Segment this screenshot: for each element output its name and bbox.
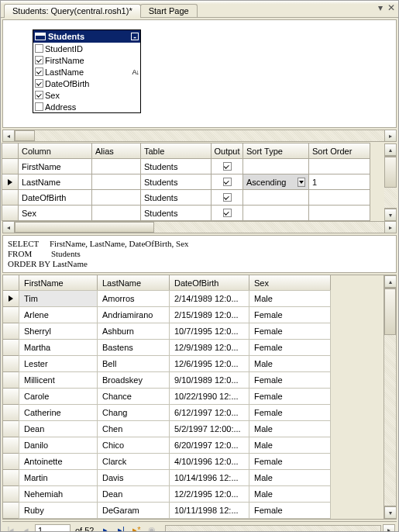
results-cell-lastname[interactable]: Bell — [97, 355, 170, 372]
results-cell-lastname[interactable]: Chico — [97, 437, 170, 454]
results-cell-dob[interactable]: 12/6/1995 12:0... — [169, 355, 249, 372]
vscroll-thumb[interactable] — [384, 157, 397, 188]
results-rowheader[interactable] — [3, 502, 19, 519]
results-rowheader[interactable] — [3, 404, 19, 421]
results-cell-lastname[interactable]: Broadskey — [97, 371, 170, 389]
scroll-up-icon[interactable]: ▴ — [384, 143, 397, 156]
criteria-header-column[interactable]: Column — [18, 143, 92, 159]
results-cell-sex[interactable]: Male — [249, 355, 331, 372]
criteria-cell-column[interactable]: Sex — [18, 205, 92, 221]
results-row[interactable]: CaroleChance10/22/1990 12:...Female — [3, 389, 384, 405]
criteria-cell-output[interactable] — [211, 158, 243, 174]
results-row[interactable]: TimAmorros2/14/1989 12:0...Male — [3, 291, 384, 307]
results-row[interactable]: MarthaBastens12/9/1989 12:0...Female — [3, 340, 384, 356]
results-rowheader[interactable] — [3, 323, 19, 340]
results-cell-sex[interactable]: Female — [249, 404, 331, 421]
results-cell-lastname[interactable]: Andriamirano — [97, 306, 170, 323]
criteria-cell-output[interactable] — [211, 174, 243, 190]
criteria-cell-table[interactable]: Students — [140, 174, 212, 190]
results-row[interactable]: DaniloChico6/20/1997 12:0...Male — [3, 437, 384, 454]
output-checkbox[interactable] — [223, 193, 232, 202]
criteria-cell-alias[interactable] — [91, 205, 141, 221]
vscroll-thumb[interactable] — [384, 288, 396, 335]
results-cell-dob[interactable]: 2/14/1989 12:0... — [169, 290, 249, 307]
results-rowheader[interactable] — [3, 420, 19, 437]
table-column-item[interactable]: Sex — [33, 89, 140, 101]
criteria-vscrollbar[interactable]: ▴ ▾ — [384, 143, 397, 221]
results-cell-firstname[interactable]: Nehemiah — [19, 485, 98, 503]
results-cell-firstname[interactable]: Carole — [19, 388, 98, 405]
nav-next-button[interactable]: ▸ — [98, 524, 112, 533]
results-row[interactable]: SherrylAshburn10/7/1995 12:0...Female — [3, 323, 384, 340]
results-cell-firstname[interactable]: Dean — [19, 420, 98, 437]
tab-menu-dropdown-icon[interactable]: ▾ — [378, 2, 383, 13]
results-row[interactable]: LesterBell12/6/1995 12:0...Male — [3, 356, 384, 372]
results-cell-sex[interactable]: Female — [249, 323, 331, 340]
scroll-left-icon[interactable]: ◂ — [2, 221, 15, 233]
results-cell-lastname[interactable]: Amorros — [97, 290, 170, 307]
tab-query[interactable]: Students: Query(central.rosh1)* — [4, 4, 141, 18]
results-rowheader[interactable] — [3, 290, 19, 307]
results-cell-sex[interactable]: Female — [249, 453, 331, 470]
results-rowheader[interactable] — [3, 453, 19, 470]
criteria-cell-table[interactable]: Students — [140, 158, 212, 174]
results-cell-firstname[interactable]: Catherine — [19, 404, 98, 421]
results-rowheader[interactable] — [3, 437, 19, 454]
table-column-item[interactable]: FirstName — [33, 54, 140, 66]
criteria-grid[interactable]: Column Alias Table Output Sort Type Sort… — [2, 143, 384, 221]
results-cell-sex[interactable]: Female — [249, 388, 331, 405]
results-row[interactable]: NehemiahDean12/2/1995 12:0...Male — [3, 486, 384, 503]
column-checkbox[interactable] — [35, 91, 43, 99]
results-cell-dob[interactable]: 10/14/1996 12:... — [169, 469, 249, 486]
results-cell-firstname[interactable]: Millicent — [19, 371, 98, 389]
results-cell-firstname[interactable]: Ruby — [19, 502, 98, 519]
scroll-down-icon[interactable]: ▾ — [384, 506, 397, 519]
table-column-item[interactable]: LastNameA↓ — [33, 66, 140, 78]
criteria-cell-alias[interactable] — [91, 189, 141, 206]
results-cell-firstname[interactable]: Antoinette — [19, 453, 98, 470]
table-window-menu-icon[interactable]: - — [131, 33, 139, 40]
results-cell-firstname[interactable]: Martha — [19, 339, 98, 356]
table-column-list[interactable]: StudentIDFirstNameLastNameA↓DateOfBirthS… — [33, 43, 140, 112]
results-cell-sex[interactable]: Male — [249, 469, 331, 486]
results-cell-firstname[interactable]: Martin — [19, 469, 98, 486]
results-cell-lastname[interactable]: Dean — [97, 485, 170, 503]
results-header-lastname[interactable]: LastName — [97, 275, 170, 291]
results-cell-dob[interactable]: 12/2/1995 12:0... — [169, 485, 249, 503]
column-checkbox[interactable] — [35, 102, 43, 111]
column-checkbox[interactable] — [35, 44, 43, 53]
results-rowheader[interactable] — [3, 388, 19, 405]
criteria-rowheader[interactable] — [2, 189, 19, 206]
table-column-item[interactable]: DateOfBirth — [33, 78, 140, 89]
results-cell-firstname[interactable]: Lester — [19, 355, 98, 372]
criteria-cell-sorttype[interactable] — [242, 189, 309, 206]
criteria-cell-output[interactable] — [211, 205, 243, 221]
column-checkbox[interactable] — [35, 79, 43, 88]
close-icon[interactable]: ✕ — [387, 2, 395, 13]
criteria-cell-table[interactable]: Students — [140, 205, 212, 221]
results-cell-lastname[interactable]: Davis — [97, 469, 170, 486]
results-cell-lastname[interactable]: DeGaram — [97, 502, 170, 519]
table-window-titlebar[interactable]: Students - — [33, 30, 140, 43]
results-row[interactable]: DeanChen5/2/1997 12:00:...Male — [3, 421, 384, 437]
results-cell-firstname[interactable]: Arlene — [19, 306, 98, 323]
nav-stop-button[interactable]: ◉ — [145, 524, 159, 533]
results-cell-sex[interactable]: Female — [249, 371, 331, 389]
sql-pane[interactable]: SELECT FirstName, LastName, DateOfBirth,… — [2, 235, 397, 273]
hscroll-thumb[interactable] — [15, 130, 35, 141]
results-cell-lastname[interactable]: Chang — [97, 404, 170, 421]
results-rowheader[interactable] — [3, 371, 19, 389]
results-select-all[interactable] — [3, 275, 19, 291]
results-cell-lastname[interactable]: Chance — [97, 388, 170, 405]
results-cell-lastname[interactable]: Bastens — [97, 339, 170, 356]
criteria-header-output[interactable]: Output — [211, 143, 243, 159]
results-row[interactable]: ArleneAndriamirano2/15/1989 12:0...Femal… — [3, 307, 384, 323]
criteria-cell-sortorder[interactable] — [308, 189, 370, 206]
criteria-select-all[interactable] — [2, 143, 19, 159]
results-cell-firstname[interactable]: Danilo — [19, 437, 98, 454]
scroll-right-icon[interactable]: ▸ — [384, 221, 397, 233]
criteria-cell-column[interactable]: FirstName — [18, 158, 92, 174]
nav-new-button[interactable]: ▸* — [129, 524, 143, 533]
results-header-dob[interactable]: DateOfBirth — [169, 275, 249, 291]
results-cell-dob[interactable]: 5/2/1997 12:00:... — [169, 420, 249, 437]
